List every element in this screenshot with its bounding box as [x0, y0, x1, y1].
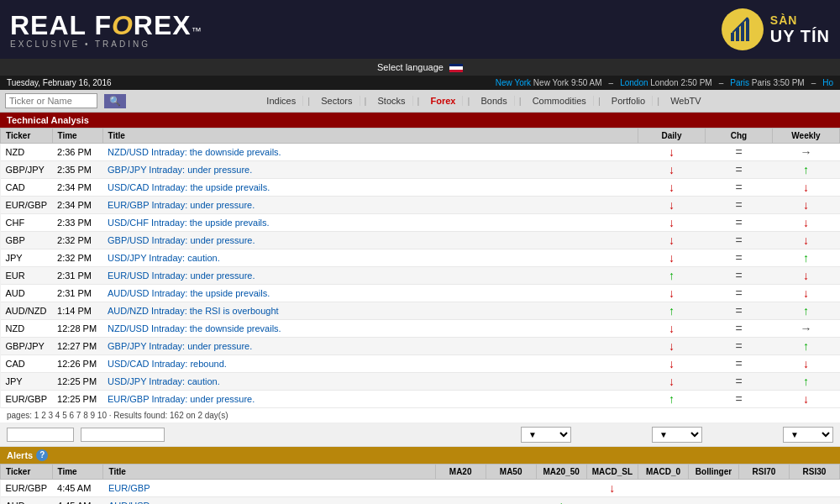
up-arrow-icon: ↑ — [803, 304, 809, 318]
ta-cell-title[interactable]: EUR/GBP Intraday: under pressure. — [102, 197, 638, 214]
ta-pages: pages: 1 2 3 4 5 6 7 8 9 10 · Results fo… — [0, 408, 840, 423]
nav-indices[interactable]: Indices — [260, 96, 303, 106]
ta-cell-weekly: → — [773, 320, 840, 338]
ta-cell-time: 2:34 PM — [52, 197, 102, 214]
al-th-rsi30: RSI30 — [790, 465, 840, 480]
al-cell-title[interactable]: AUD/USD — [103, 497, 435, 504]
ta-cell-title[interactable]: USD/JPY Intraday: caution. — [102, 373, 638, 391]
nav-portfolio[interactable]: Portfolio — [605, 96, 653, 106]
nav-stocks[interactable]: Stocks — [370, 96, 412, 106]
ta-row: GBP/JPY 2:35 PM GBP/JPY Intraday: under … — [1, 161, 840, 179]
logo-real: REAL FOREX — [10, 10, 192, 41]
ta-cell-title[interactable]: AUD/NZD Intraday: the RSI is overbought — [102, 302, 638, 320]
al-th-bollinger: Bollinger — [689, 465, 739, 480]
ta-cell-ticker: GBP — [1, 232, 53, 249]
down-arrow-icon: ↓ — [803, 198, 809, 212]
ta-cell-weekly: ↑ — [773, 161, 840, 179]
ta-filter-input2[interactable] — [81, 428, 165, 442]
ta-cell-title[interactable]: AUD/USD Intraday: the upside prevails. — [102, 285, 638, 302]
ta-cell-chg: = — [706, 232, 773, 249]
down-arrow-icon: ↓ — [669, 216, 675, 229]
al-cell-macd-0 — [638, 497, 689, 504]
ta-cell-title[interactable]: USD/JPY Intraday: caution. — [102, 249, 638, 267]
ta-cell-daily: ↓ — [638, 249, 706, 267]
ta-cell-ticker: EUR/GBP — [1, 391, 53, 408]
ta-row: AUD/NZD 1:14 PM AUD/NZD Intraday: the RS… — [1, 302, 840, 320]
ta-cell-ticker: GBP/JPY — [1, 338, 53, 355]
ta-cell-daily: ↑ — [638, 267, 706, 285]
ta-cell-time: 12:26 PM — [52, 355, 102, 373]
search-button[interactable]: 🔍 — [104, 94, 126, 108]
al-cell-rsi70 — [739, 497, 790, 504]
ta-cell-weekly: ↓ — [773, 285, 840, 302]
alerts-table: Ticker Time Title MA20 MA50 MA20_50 MACD… — [0, 464, 840, 504]
ta-cell-chg: = — [706, 161, 773, 179]
down-arrow-icon: ↓ — [669, 234, 675, 247]
ta-filter-weekly[interactable]: ▼ — [783, 427, 833, 443]
ta-cell-weekly: ↓ — [773, 197, 840, 214]
ta-cell-ticker: EUR — [1, 267, 53, 285]
al-cell-ticker: EUR/GBP — [1, 480, 53, 497]
ta-cell-title[interactable]: EUR/USD Intraday: under pressure. — [102, 267, 638, 285]
ta-cell-title[interactable]: EUR/GBP Intraday: under pressure. — [102, 391, 638, 408]
nav-forex[interactable]: Forex — [423, 96, 463, 106]
ta-cell-weekly: ↓ — [773, 214, 840, 232]
ta-cell-chg: = — [706, 267, 773, 285]
ta-cell-title[interactable]: GBP/USD Intraday: under pressure. — [102, 232, 638, 249]
nav-sectors[interactable]: Sectors — [314, 96, 360, 106]
ta-filter-input[interactable] — [7, 428, 74, 442]
ta-cell-title[interactable]: NZD/USD Intraday: the downside prevails. — [102, 144, 638, 161]
san-uy-tin-container: SÀN UY TÍN — [770, 13, 830, 46]
al-cell-title[interactable]: EUR/GBP — [103, 480, 435, 497]
logo-tm: ™ — [192, 25, 202, 37]
ta-cell-daily: ↑ — [638, 302, 706, 320]
ta-cell-title[interactable]: USD/CAD Intraday: the upside prevails. — [102, 179, 638, 197]
ho-time: Ho — [822, 78, 833, 87]
nav-bonds[interactable]: Bonds — [474, 96, 514, 106]
logo-badge — [722, 8, 764, 50]
al-cell-ma20 — [435, 480, 486, 497]
ta-cell-chg: = — [706, 373, 773, 391]
ta-filter-row: ▼ ▼ ▼ — [0, 423, 840, 447]
equal-icon: = — [735, 216, 742, 229]
ta-cell-time: 12:25 PM — [52, 373, 102, 391]
alerts-title: Alerts — [7, 450, 33, 460]
ta-cell-title[interactable]: GBP/JPY Intraday: under pressure. — [102, 161, 638, 179]
technical-analysis-header: Technical Analysis — [0, 113, 840, 128]
th-ticker: Ticker — [1, 129, 53, 144]
alerts-header: Alerts ? — [0, 447, 840, 464]
language-bar[interactable]: Select language — [0, 59, 840, 76]
down-arrow-icon: ↓ — [669, 322, 675, 335]
equal-icon: = — [735, 392, 742, 406]
down-arrow-icon: ↓ — [609, 481, 615, 495]
ta-cell-title[interactable]: USD/CHF Intraday: the upside prevails. — [102, 214, 638, 232]
ta-cell-weekly: ↑ — [773, 249, 840, 267]
up-arrow-icon: ↑ — [559, 499, 564, 504]
ta-filter-chg[interactable]: ▼ — [652, 427, 702, 443]
th-daily: Daily — [638, 129, 706, 144]
ta-row: CAD 2:34 PM USD/CAD Intraday: the upside… — [1, 179, 840, 197]
alerts-info-icon[interactable]: ? — [36, 449, 48, 461]
ta-cell-time: 12:28 PM — [52, 320, 102, 338]
ta-cell-chg: = — [706, 197, 773, 214]
ta-cell-chg: = — [706, 355, 773, 373]
ta-cell-daily: ↓ — [638, 197, 706, 214]
sep2: – — [719, 78, 724, 87]
ta-cell-title[interactable]: GBP/JPY Intraday: under pressure. — [102, 338, 638, 355]
search-input[interactable] — [5, 93, 97, 108]
ta-cell-title[interactable]: NZD/USD Intraday: the downside prevails. — [102, 320, 638, 338]
ta-row: EUR 2:31 PM EUR/USD Intraday: under pres… — [1, 267, 840, 285]
down-arrow-icon: ↓ — [803, 357, 809, 370]
nav-commodities[interactable]: Commodities — [526, 96, 594, 106]
equal-icon: = — [735, 357, 742, 370]
ta-cell-title[interactable]: USD/CAD Intraday: rebound. — [102, 355, 638, 373]
ticker-bar: Tuesday, February 16, 2016 New York New … — [0, 76, 840, 90]
ta-cell-daily: ↓ — [638, 144, 706, 161]
nav-webtv[interactable]: WebTV — [664, 96, 707, 106]
ta-cell-ticker: AUD — [1, 285, 53, 302]
ta-row: NZD 2:36 PM NZD/USD Intraday: the downsi… — [1, 144, 840, 161]
up-arrow-icon: ↑ — [803, 375, 809, 388]
equal-icon: = — [735, 198, 742, 212]
ta-cell-ticker: NZD — [1, 144, 53, 161]
ta-filter-daily[interactable]: ▼ — [521, 427, 571, 443]
